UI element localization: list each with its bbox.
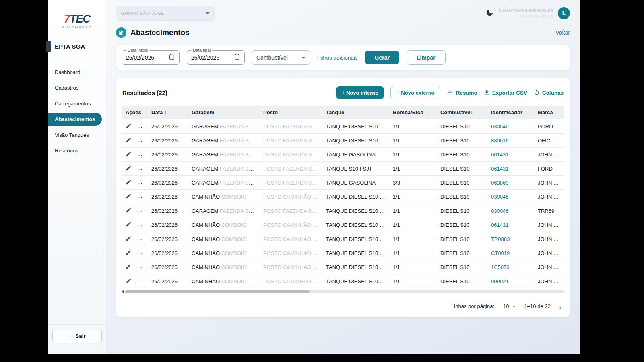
edit-button[interactable] [126, 123, 132, 130]
cell-bomba-bico: 1/1 [389, 274, 436, 288]
header-tanque: Tanque [322, 106, 389, 119]
identificador-link[interactable]: 030046 [491, 208, 508, 214]
table-row: 26/02/2026 GARAGEM FAZENDA SAO J... POST… [122, 134, 564, 148]
logout-button[interactable]: ← Sair [52, 329, 102, 343]
calendar-icon[interactable] [169, 53, 175, 62]
cell-bomba-bico: 1/1 [389, 134, 436, 148]
cell-acoes [122, 134, 147, 148]
identificador-link[interactable]: 880016 [491, 138, 508, 144]
edit-button[interactable] [126, 179, 132, 186]
page-range: 1–10 de 22 [524, 303, 551, 309]
cell-posto: POSTO FAZENDA SAO... [259, 162, 322, 176]
back-link[interactable]: Voltar [555, 29, 570, 36]
logo-tec: TEC [70, 13, 90, 25]
cell-acoes [122, 148, 147, 162]
app-name: EPTA SGA [48, 41, 106, 52]
edit-button[interactable] [126, 235, 132, 243]
scrollbar-thumb[interactable] [125, 290, 310, 293]
edit-button[interactable] [126, 278, 132, 285]
edit-button[interactable] [126, 221, 132, 228]
scrollbar-track[interactable] [125, 290, 564, 293]
new-internal-button[interactable]: + Novo interno [336, 86, 384, 99]
header-data[interactable]: Data↑ [147, 106, 188, 119]
pencil-icon [126, 222, 132, 228]
cell-tanque: TANQUE DIESEL S10 MELO... [322, 260, 389, 274]
sidebar-item-carregamentos[interactable]: Carregamentos [48, 97, 106, 110]
cell-identificador: 030046 [487, 204, 534, 218]
summary-button[interactable]: Resumo [447, 89, 477, 97]
calendar-icon[interactable] [234, 53, 240, 62]
cell-posto: POSTO CAMINHÃO CO... [259, 260, 322, 274]
fuel-select[interactable]: Combustível [252, 50, 310, 65]
cell-identificador: 030046 [487, 119, 534, 134]
cell-combustivel: DIESEL S10 [436, 190, 487, 204]
scroll-left-icon[interactable] [122, 290, 124, 294]
edit-button[interactable] [126, 165, 132, 172]
group-select[interactable]: GRUPO SÃO JOSE [116, 6, 215, 21]
cell-acoes [122, 162, 147, 176]
edit-button[interactable] [126, 263, 132, 271]
pencil-icon [126, 124, 132, 130]
end-date-field[interactable]: Data final 26/02/2026 [187, 50, 245, 65]
cell-data: 26/02/2026 [147, 119, 188, 134]
cell-garagem: GARAGEM FAZENDA SAO J... [188, 176, 259, 190]
cell-posto: POSTO CAMINHÃO CO... [259, 218, 322, 232]
columns-button[interactable]: Colunas [534, 89, 564, 97]
edit-button[interactable] [126, 193, 132, 200]
cell-combustivel: DIESEL S10 [436, 232, 487, 246]
edit-button[interactable] [126, 137, 132, 144]
cell-identificador: 061431 [487, 162, 534, 176]
cell-bomba-bico: 1/1 [389, 246, 436, 260]
cell-garagem: GARAGEM FAZENDA SAO J... [188, 148, 259, 162]
cell-data: 26/02/2026 [147, 260, 188, 274]
identificador-link[interactable]: TR0883 [491, 236, 510, 242]
pencil-icon [126, 265, 132, 271]
cell-bomba-bico: 1/1 [389, 162, 436, 176]
edit-button[interactable] [126, 249, 132, 257]
identificador-link[interactable]: CT0019 [491, 250, 510, 256]
cell-data: 26/02/2026 [147, 190, 188, 204]
table-row: 26/02/2026 CAMINHÃO COMBOIO POSTO CAMINH… [122, 274, 564, 288]
header-garagem: Garagem [188, 106, 259, 119]
identificador-link[interactable]: 030046 [491, 123, 508, 130]
end-date-label: Data final [191, 48, 212, 53]
next-page-button[interactable]: › [559, 302, 562, 310]
fuel-select-value: Combustível [256, 54, 288, 61]
cell-garagem: GARAGEM FAZENDA SAO J... [188, 204, 259, 218]
identificador-link[interactable]: 061431 [491, 166, 508, 172]
edit-button[interactable] [126, 207, 132, 214]
edit-button[interactable] [126, 151, 132, 158]
identificador-link[interactable]: 061431 [491, 222, 508, 228]
cell-marca: TRR69 [534, 204, 564, 218]
new-external-button[interactable]: + Novo externo [390, 86, 440, 99]
sidebar-item-dashboard[interactable]: Dashboard [48, 66, 106, 79]
cell-posto: POSTO FAZENDA SAO... [259, 134, 322, 148]
header-combustivel: Combustível [436, 106, 487, 119]
identificador-link[interactable]: 1C5070 [491, 264, 510, 270]
identificador-link[interactable]: 030046 [491, 194, 508, 200]
sidebar-item-relatorios[interactable]: Relatórios [48, 144, 106, 157]
app-name-tab [46, 41, 51, 52]
additional-filters-link[interactable]: Filtros adicionais [317, 55, 358, 61]
dark-mode-toggle[interactable] [485, 8, 494, 18]
start-date-field[interactable]: Data inicial 26/02/2026 [122, 50, 180, 65]
generate-button[interactable]: Gerar [365, 51, 399, 64]
clear-button[interactable]: Limpar [407, 50, 446, 65]
cell-tanque: TANQUE DIESEL S10 MELO... [322, 218, 389, 232]
table-header: Ações Data↑ Garagem Posto Tanque Bomba/B… [122, 106, 564, 119]
sidebar-item-visao-tanques[interactable]: Visão Tanques [48, 128, 106, 142]
avatar[interactable]: L [558, 7, 570, 19]
identificador-link[interactable]: 061431 [491, 152, 508, 158]
filter-card: Data inicial 26/02/2026 Data final 26/02… [116, 45, 570, 70]
sidebar-item-cadastros[interactable]: Cadastros [48, 81, 106, 95]
sidebar-item-abastecimentos[interactable]: Abastecimentos [48, 113, 102, 126]
cell-acoes [122, 119, 147, 134]
cell-bomba-bico: 3/3 [389, 176, 436, 190]
rows-per-page-select[interactable]: 10 [503, 303, 515, 309]
title-row: Abastecimentos Voltar [116, 27, 570, 38]
cell-data: 26/02/2026 [147, 148, 188, 162]
identificador-link[interactable]: 063869 [491, 180, 508, 186]
identificador-link[interactable]: 099921 [491, 278, 508, 284]
export-csv-button[interactable]: Exportar CSV [484, 89, 527, 97]
cell-posto: POSTO CAMINHÃO CO... [259, 274, 322, 288]
